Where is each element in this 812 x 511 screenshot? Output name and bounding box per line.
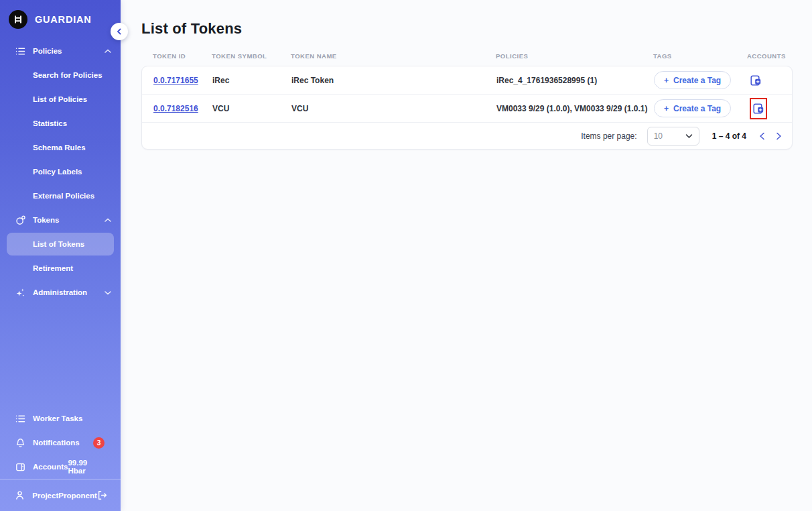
create-tag-button[interactable]: + Create a Tag: [654, 71, 731, 89]
column-header-token-id: TOKEN ID: [153, 52, 212, 60]
sidebar-item-schema-rules[interactable]: Schema Rules: [0, 135, 121, 160]
plus-icon: +: [664, 76, 669, 85]
sidebar-user[interactable]: ProjectProponent: [0, 479, 121, 511]
list-icon: [15, 46, 25, 56]
table-row: 0.0.7171655 iRec iRec Token iRec_4_17619…: [142, 66, 792, 95]
accounts-button[interactable]: [750, 74, 762, 87]
column-header-token-symbol: TOKEN SYMBOL: [212, 52, 291, 60]
page-size-select[interactable]: 10: [647, 127, 699, 146]
notifications-badge: 3: [93, 437, 105, 449]
page-title: List of Tokens: [141, 20, 793, 38]
chevron-up-icon: [105, 49, 111, 54]
page-size-value: 10: [654, 131, 663, 141]
account-book-add-icon: [752, 103, 764, 115]
sidebar-item-label: Administration: [33, 288, 105, 296]
items-per-page-label: Items per page:: [581, 131, 636, 141]
create-tag-label: Create a Tag: [673, 104, 721, 113]
sidebar-item-worker-tasks[interactable]: Worker Tasks: [0, 406, 121, 431]
create-tag-label: Create a Tag: [673, 76, 721, 85]
token-name-cell: VCU: [291, 104, 496, 113]
column-header-token-name: TOKEN NAME: [291, 52, 496, 60]
sparkles-icon: [15, 287, 25, 298]
plus-icon: +: [664, 104, 669, 113]
column-header-tags: TAGS: [653, 52, 747, 60]
sidebar-item-label: Worker Tasks: [33, 414, 111, 422]
annotation-highlight-box: [750, 98, 767, 119]
sidebar-item-label: Tokens: [33, 216, 105, 224]
token-symbol-cell: VCU: [212, 104, 291, 113]
account-book-add-icon: [750, 74, 762, 87]
logout-icon[interactable]: [97, 490, 107, 501]
sidebar-bottom: Worker Tasks Notifications 3 Accounts 99…: [0, 406, 121, 511]
sidebar: GUARDIAN Policies Search for Policies Li…: [0, 0, 121, 511]
sidebar-item-tokens[interactable]: Tokens: [0, 208, 121, 232]
sidebar-item-list-of-policies[interactable]: List of Policies: [0, 87, 121, 111]
chevron-down-icon: [105, 290, 111, 295]
sidebar-item-accounts[interactable]: Accounts 99.99 Hbar: [0, 455, 121, 479]
sidebar-item-list-of-tokens[interactable]: List of Tokens: [7, 233, 114, 255]
list-icon: [15, 413, 25, 424]
sidebar-item-policies[interactable]: Policies: [0, 39, 121, 63]
brand-name: GUARDIAN: [35, 14, 92, 25]
next-page-button[interactable]: [776, 132, 782, 140]
sidebar-item-notifications[interactable]: Notifications 3: [0, 431, 121, 455]
token-name-cell: iRec Token: [291, 76, 496, 85]
sidebar-item-administration[interactable]: Administration: [0, 280, 121, 304]
sidebar-item-policy-labels[interactable]: Policy Labels: [0, 160, 121, 184]
sidebar-item-statistics[interactable]: Statistics: [0, 111, 121, 135]
token-id-link[interactable]: 0.0.7171655: [153, 76, 198, 85]
column-header-policies: POLICIES: [496, 52, 653, 60]
previous-page-button[interactable]: [759, 132, 765, 140]
token-symbol-cell: iRec: [212, 76, 291, 85]
sidebar-item-search-for-policies[interactable]: Search for Policies: [0, 63, 121, 87]
pagination-range: 1 – 4 of 4: [712, 131, 746, 141]
wallet-icon: [15, 461, 25, 472]
brand: GUARDIAN: [0, 0, 121, 31]
table-header-row: TOKEN ID TOKEN SYMBOL TOKEN NAME POLICIE…: [141, 52, 793, 60]
hbar-balance: 99.99 Hbar: [68, 459, 105, 475]
chevron-up-icon: [105, 218, 111, 223]
chevron-down-icon: [685, 133, 693, 139]
hedera-logo-icon: [9, 10, 27, 29]
sidebar-collapse-button[interactable]: [111, 23, 128, 40]
sidebar-nav: Policies Search for Policies List of Pol…: [0, 39, 121, 304]
chevron-left-icon: [116, 28, 123, 35]
sidebar-item-external-policies[interactable]: External Policies: [0, 184, 121, 208]
chevron-right-icon: [776, 132, 782, 140]
sidebar-item-retirement[interactable]: Retirement: [0, 256, 121, 280]
tokens-table: 0.0.7171655 iRec iRec Token iRec_4_17619…: [141, 66, 793, 150]
policies-cell: iRec_4_1761936528995 (1): [496, 76, 654, 85]
sidebar-item-label: Policies: [33, 47, 105, 55]
table-pagination: Items per page: 10 1 – 4 of 4: [142, 123, 792, 149]
policies-cell: VM0033 9/29 (1.0.0), VM0033 9/29 (1.0.1): [496, 104, 654, 113]
bell-icon: [15, 437, 25, 448]
column-header-accounts: ACCOUNTS: [747, 52, 786, 60]
token-coin-icon: [15, 215, 25, 225]
chevron-left-icon: [759, 132, 765, 140]
token-id-link[interactable]: 0.0.7182516: [153, 104, 198, 113]
user-icon: [15, 490, 25, 501]
main-content: List of Tokens TOKEN ID TOKEN SYMBOL TOK…: [121, 0, 812, 511]
sidebar-item-label: Accounts: [33, 463, 68, 471]
table-row: 0.0.7182516 VCU VCU VM0033 9/29 (1.0.0),…: [142, 95, 792, 123]
username: ProjectProponent: [32, 492, 96, 500]
accounts-button[interactable]: [752, 103, 764, 115]
create-tag-button[interactable]: + Create a Tag: [654, 99, 731, 117]
sidebar-item-label: Notifications: [33, 439, 93, 447]
